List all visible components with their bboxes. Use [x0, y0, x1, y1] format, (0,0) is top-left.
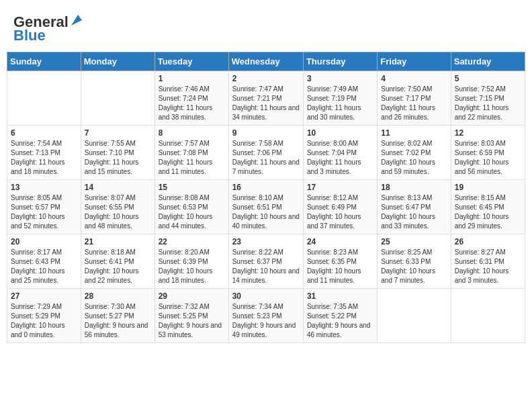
day-number: 5: [455, 74, 521, 83]
day-number: 19: [455, 183, 521, 192]
day-info: Sunrise: 8:13 AM Sunset: 6:47 PM Dayligh…: [381, 193, 447, 231]
day-info: Sunrise: 8:25 AM Sunset: 6:33 PM Dayligh…: [381, 248, 447, 285]
calendar-day-cell: 4Sunrise: 7:50 AM Sunset: 7:17 PM Daylig…: [378, 71, 451, 126]
day-info: Sunrise: 8:00 AM Sunset: 7:04 PM Dayligh…: [307, 139, 373, 177]
calendar-day-cell: 18Sunrise: 8:13 AM Sunset: 6:47 PM Dayli…: [378, 180, 451, 234]
logo-bird-icon: [70, 13, 85, 28]
calendar-day-cell: 11Sunrise: 8:02 AM Sunset: 7:02 PM Dayli…: [378, 126, 451, 180]
day-number: 16: [232, 183, 300, 192]
calendar-weekday-header: Sunday: [7, 52, 81, 71]
calendar-table: SundayMondayTuesdayWednesdayThursdayFrid…: [7, 52, 525, 343]
day-number: 17: [307, 183, 373, 192]
calendar-day-cell: 23Sunrise: 8:22 AM Sunset: 6:37 PM Dayli…: [228, 234, 303, 289]
calendar-day-cell: 31Sunrise: 7:35 AM Sunset: 5:22 PM Dayli…: [303, 289, 377, 343]
day-info: Sunrise: 7:50 AM Sunset: 7:17 PM Dayligh…: [381, 85, 447, 122]
day-number: 18: [381, 183, 447, 192]
calendar-week-row: 1Sunrise: 7:46 AM Sunset: 7:24 PM Daylig…: [7, 71, 525, 126]
day-number: 20: [11, 237, 77, 246]
calendar-week-row: 27Sunrise: 7:29 AM Sunset: 5:29 PM Dayli…: [7, 289, 525, 343]
day-number: 31: [307, 291, 373, 301]
day-info: Sunrise: 7:54 AM Sunset: 7:13 PM Dayligh…: [11, 139, 77, 177]
day-number: 27: [11, 291, 77, 301]
calendar-weekday-header: Friday: [378, 52, 451, 71]
calendar-day-cell: 16Sunrise: 8:10 AM Sunset: 6:51 PM Dayli…: [228, 180, 303, 234]
calendar-day-cell: [378, 289, 451, 343]
day-info: Sunrise: 8:23 AM Sunset: 6:35 PM Dayligh…: [307, 248, 373, 285]
calendar-week-row: 20Sunrise: 8:17 AM Sunset: 6:43 PM Dayli…: [7, 234, 525, 289]
calendar-header-row: SundayMondayTuesdayWednesdayThursdayFrid…: [7, 52, 525, 71]
calendar-day-cell: 1Sunrise: 7:46 AM Sunset: 7:24 PM Daylig…: [154, 71, 228, 126]
day-info: Sunrise: 8:07 AM Sunset: 6:55 PM Dayligh…: [85, 193, 151, 231]
day-number: 26: [455, 237, 521, 246]
day-number: 13: [11, 183, 77, 192]
day-number: 25: [381, 237, 447, 246]
calendar-day-cell: 22Sunrise: 8:20 AM Sunset: 6:39 PM Dayli…: [154, 234, 228, 289]
svg-marker-0: [71, 15, 82, 26]
calendar-week-row: 6Sunrise: 7:54 AM Sunset: 7:13 PM Daylig…: [7, 126, 525, 180]
day-number: 10: [307, 128, 373, 138]
calendar-day-cell: 10Sunrise: 8:00 AM Sunset: 7:04 PM Dayli…: [303, 126, 377, 180]
calendar-day-cell: 7Sunrise: 7:55 AM Sunset: 7:10 PM Daylig…: [81, 126, 154, 180]
day-info: Sunrise: 7:29 AM Sunset: 5:29 PM Dayligh…: [11, 302, 77, 340]
day-info: Sunrise: 8:05 AM Sunset: 6:57 PM Dayligh…: [11, 193, 77, 231]
day-info: Sunrise: 7:47 AM Sunset: 7:21 PM Dayligh…: [232, 85, 300, 122]
calendar-day-cell: [451, 289, 525, 343]
calendar-body: 1Sunrise: 7:46 AM Sunset: 7:24 PM Daylig…: [7, 71, 525, 343]
calendar-day-cell: 14Sunrise: 8:07 AM Sunset: 6:55 PM Dayli…: [81, 180, 154, 234]
logo-blue: Blue: [13, 27, 46, 44]
calendar-weekday-header: Tuesday: [154, 52, 228, 71]
calendar-day-cell: 20Sunrise: 8:17 AM Sunset: 6:43 PM Dayli…: [7, 234, 81, 289]
day-number: 8: [159, 128, 225, 138]
calendar-weekday-header: Wednesday: [228, 52, 303, 71]
day-number: 3: [307, 74, 373, 83]
calendar-day-cell: [7, 71, 81, 126]
day-number: 6: [11, 128, 77, 138]
day-info: Sunrise: 7:32 AM Sunset: 5:25 PM Dayligh…: [159, 302, 225, 340]
day-number: 24: [307, 237, 373, 246]
day-info: Sunrise: 7:49 AM Sunset: 7:19 PM Dayligh…: [307, 85, 373, 122]
day-info: Sunrise: 8:03 AM Sunset: 6:59 PM Dayligh…: [455, 139, 521, 177]
day-info: Sunrise: 7:52 AM Sunset: 7:15 PM Dayligh…: [455, 85, 521, 122]
day-info: Sunrise: 7:57 AM Sunset: 7:08 PM Dayligh…: [159, 139, 225, 177]
calendar-day-cell: 28Sunrise: 7:30 AM Sunset: 5:27 PM Dayli…: [81, 289, 154, 343]
calendar-day-cell: 26Sunrise: 8:27 AM Sunset: 6:31 PM Dayli…: [451, 234, 525, 289]
day-info: Sunrise: 8:02 AM Sunset: 7:02 PM Dayligh…: [381, 139, 447, 177]
day-number: 2: [232, 74, 300, 83]
day-info: Sunrise: 8:10 AM Sunset: 6:51 PM Dayligh…: [232, 193, 300, 231]
day-number: 9: [232, 128, 300, 138]
calendar-day-cell: 29Sunrise: 7:32 AM Sunset: 5:25 PM Dayli…: [154, 289, 228, 343]
day-number: 15: [159, 183, 225, 192]
calendar-day-cell: 21Sunrise: 8:18 AM Sunset: 6:41 PM Dayli…: [81, 234, 154, 289]
logo: General Blue: [13, 13, 85, 44]
day-number: 23: [232, 237, 300, 246]
day-number: 30: [232, 291, 300, 301]
day-info: Sunrise: 8:08 AM Sunset: 6:53 PM Dayligh…: [159, 193, 225, 231]
day-info: Sunrise: 7:58 AM Sunset: 7:06 PM Dayligh…: [232, 139, 300, 177]
calendar-day-cell: 12Sunrise: 8:03 AM Sunset: 6:59 PM Dayli…: [451, 126, 525, 180]
day-info: Sunrise: 8:15 AM Sunset: 6:45 PM Dayligh…: [455, 193, 521, 231]
day-number: 7: [85, 128, 151, 138]
calendar-day-cell: 8Sunrise: 7:57 AM Sunset: 7:08 PM Daylig…: [154, 126, 228, 180]
day-info: Sunrise: 7:46 AM Sunset: 7:24 PM Dayligh…: [159, 85, 225, 122]
day-number: 29: [159, 291, 225, 301]
day-info: Sunrise: 8:12 AM Sunset: 6:49 PM Dayligh…: [307, 193, 373, 231]
calendar-day-cell: [81, 71, 154, 126]
calendar-day-cell: 9Sunrise: 7:58 AM Sunset: 7:06 PM Daylig…: [228, 126, 303, 180]
day-number: 4: [381, 74, 447, 83]
calendar-day-cell: 2Sunrise: 7:47 AM Sunset: 7:21 PM Daylig…: [228, 71, 303, 126]
day-info: Sunrise: 8:17 AM Sunset: 6:43 PM Dayligh…: [11, 248, 77, 285]
calendar-weekday-header: Monday: [81, 52, 154, 71]
calendar-day-cell: 6Sunrise: 7:54 AM Sunset: 7:13 PM Daylig…: [7, 126, 81, 180]
calendar-day-cell: 5Sunrise: 7:52 AM Sunset: 7:15 PM Daylig…: [451, 71, 525, 126]
day-info: Sunrise: 7:34 AM Sunset: 5:23 PM Dayligh…: [232, 302, 300, 340]
day-number: 11: [381, 128, 447, 138]
day-info: Sunrise: 8:20 AM Sunset: 6:39 PM Dayligh…: [159, 248, 225, 285]
day-number: 28: [85, 291, 151, 301]
day-number: 22: [159, 237, 225, 246]
day-info: Sunrise: 8:22 AM Sunset: 6:37 PM Dayligh…: [232, 248, 300, 285]
calendar-day-cell: 25Sunrise: 8:25 AM Sunset: 6:33 PM Dayli…: [378, 234, 451, 289]
calendar-day-cell: 15Sunrise: 8:08 AM Sunset: 6:53 PM Dayli…: [154, 180, 228, 234]
day-number: 12: [455, 128, 521, 138]
day-number: 1: [159, 74, 225, 83]
day-info: Sunrise: 7:30 AM Sunset: 5:27 PM Dayligh…: [85, 302, 151, 340]
